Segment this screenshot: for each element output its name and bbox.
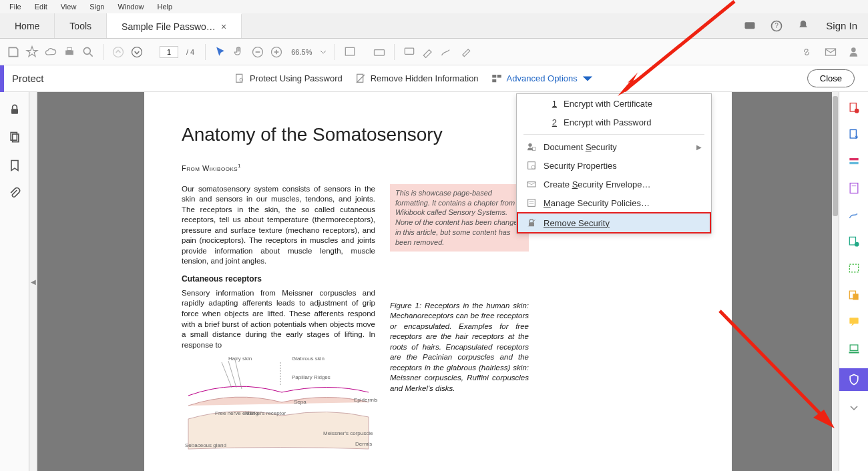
vertical-scrollbar[interactable] <box>832 92 839 471</box>
pages-icon[interactable] <box>8 131 21 144</box>
comment-icon[interactable] <box>403 45 416 59</box>
bookmark-icon[interactable] <box>8 159 21 172</box>
divider <box>335 44 335 60</box>
keyboard-icon[interactable] <box>373 45 386 59</box>
left-nav-rail <box>0 92 29 471</box>
toolbar: / 4 66.5% <box>0 39 868 65</box>
menu-encrypt-password[interactable]: 2Encrypt with Password <box>517 113 711 131</box>
tab-home[interactable]: Home <box>0 13 55 38</box>
page-number-input[interactable] <box>160 46 178 58</box>
combine-icon[interactable] <box>847 235 861 248</box>
submenu-arrow-icon: ▶ <box>696 143 702 151</box>
menu-create-envelope[interactable]: Create Security Envelope… <box>517 175 711 193</box>
document-viewport[interactable]: Anatomy of the Somatosensory From Wikibo… <box>37 92 839 471</box>
menu-remove-security[interactable]: Remove Security <box>517 212 711 233</box>
svg-rect-15 <box>375 49 385 55</box>
link-icon[interactable] <box>800 45 813 59</box>
pointer-icon[interactable] <box>214 45 227 59</box>
menu-encrypt-certificate[interactable]: 1Encrypt with Certificate <box>517 94 711 113</box>
person-icon[interactable] <box>848 45 861 59</box>
expand-tools-icon[interactable] <box>849 404 859 411</box>
svg-rect-0 <box>745 22 755 29</box>
advanced-options-label: Advanced Options <box>507 73 578 83</box>
lock-icon[interactable] <box>8 103 21 116</box>
right-tool-rail <box>839 92 868 471</box>
svg-line-29 <box>222 362 232 388</box>
remove-hidden-button[interactable]: Remove Hidden Information <box>355 73 479 85</box>
svg-rect-55 <box>528 199 535 207</box>
menu-file[interactable]: File <box>3 1 28 12</box>
cloud-icon[interactable] <box>44 45 57 59</box>
svg-line-6 <box>90 53 93 56</box>
zoom-level[interactable]: 66.5% <box>288 48 314 56</box>
mail-icon[interactable] <box>824 45 837 59</box>
signin-button[interactable]: Sign In <box>823 20 860 31</box>
menu-sign[interactable]: Sign <box>83 1 111 12</box>
menubar: File Edit View Sign Window Help <box>0 0 868 13</box>
menu-view[interactable]: View <box>54 1 83 12</box>
create-pdf-icon[interactable] <box>847 101 861 115</box>
svg-point-34 <box>854 109 859 113</box>
svg-rect-37 <box>849 162 858 164</box>
protect-password-button[interactable]: Protect Using Password <box>234 73 343 85</box>
chevron-down-icon <box>582 73 594 85</box>
compress-icon[interactable] <box>847 288 861 302</box>
menu-help[interactable]: Help <box>151 1 180 12</box>
draw-icon[interactable] <box>440 45 453 59</box>
attachment-icon[interactable] <box>8 187 21 200</box>
svg-rect-38 <box>850 183 858 193</box>
organize-icon[interactable] <box>847 181 861 195</box>
svg-rect-51 <box>532 147 535 151</box>
tabbar: Home Tools Sample File Passwo… × ? Sign … <box>0 13 868 39</box>
svg-rect-35 <box>850 130 856 139</box>
star-icon[interactable] <box>25 45 39 59</box>
svg-rect-14 <box>346 47 355 55</box>
collapse-left-button[interactable]: ◀ <box>29 92 37 471</box>
menu-window[interactable]: Window <box>111 1 150 12</box>
menu-manage-policies[interactable]: Manage Security Policies… <box>517 193 711 212</box>
svg-rect-26 <box>11 109 18 114</box>
page-down-icon[interactable] <box>130 45 144 59</box>
menu-document-security[interactable]: Document Security ▶ <box>517 137 711 156</box>
close-protect-button[interactable]: Close <box>807 69 855 87</box>
svg-rect-3 <box>65 50 73 55</box>
notifications-icon[interactable] <box>743 19 756 33</box>
export-pdf-icon[interactable] <box>847 128 861 141</box>
menu-security-properties[interactable]: Security Properties <box>517 156 711 175</box>
protect-tool-button[interactable] <box>839 368 869 391</box>
menu-edit[interactable]: Edit <box>28 1 54 12</box>
svg-rect-36 <box>849 158 858 160</box>
svg-point-5 <box>83 47 90 54</box>
zoom-out-icon[interactable] <box>251 45 264 59</box>
tab-document[interactable]: Sample File Passwo… × <box>107 13 242 38</box>
hand-icon[interactable] <box>232 45 246 59</box>
redact-icon[interactable] <box>847 262 861 275</box>
print-icon[interactable] <box>63 45 76 59</box>
zoom-in-icon[interactable] <box>270 45 283 59</box>
tab-tools[interactable]: Tools <box>55 13 107 38</box>
svg-point-7 <box>114 47 124 57</box>
tab-document-label: Sample File Passwo… <box>122 21 216 32</box>
svg-point-50 <box>528 143 531 147</box>
advanced-options-button[interactable]: Advanced Options <box>491 73 594 85</box>
edit-pdf-icon[interactable] <box>847 155 861 168</box>
comment-tool-icon[interactable] <box>847 315 861 328</box>
divider <box>103 44 103 60</box>
svg-rect-23 <box>492 75 496 78</box>
svg-line-30 <box>228 361 236 388</box>
bell-icon[interactable] <box>797 19 810 33</box>
svg-point-18 <box>851 47 856 52</box>
save-icon[interactable] <box>7 45 20 59</box>
highlight-icon[interactable] <box>421 45 435 59</box>
search-icon[interactable] <box>81 45 95 59</box>
scan-icon[interactable] <box>847 342 861 355</box>
page-up-icon[interactable] <box>112 45 125 59</box>
zoom-dropdown-icon[interactable] <box>320 49 327 55</box>
erase-icon[interactable] <box>459 45 472 59</box>
fit-width-icon[interactable] <box>343 45 357 59</box>
close-tab-icon[interactable]: × <box>221 21 226 32</box>
help-icon[interactable]: ? <box>770 19 783 33</box>
svg-point-8 <box>132 47 142 57</box>
sign-icon[interactable] <box>847 208 861 221</box>
scroll-thumb[interactable] <box>833 96 838 216</box>
